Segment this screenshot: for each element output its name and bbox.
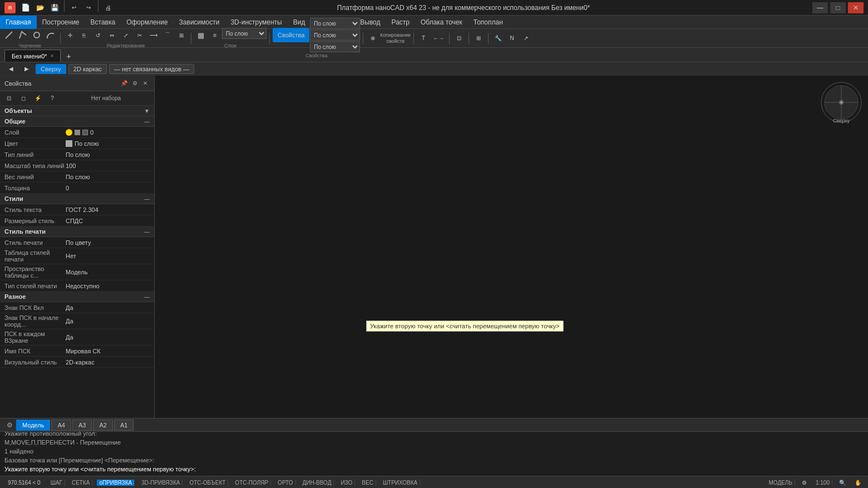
status-din-vvod[interactable]: ДИН-ВВОД xyxy=(300,480,334,486)
tool-layer-props[interactable]: ≡ xyxy=(208,28,221,42)
menu-item-3[interactable]: Оформление xyxy=(121,16,173,29)
view-top-btn[interactable]: Сверху xyxy=(36,64,66,74)
section-misc[interactable]: Разное — xyxy=(0,292,154,302)
layer-select[interactable]: По слою xyxy=(222,28,267,39)
status-zoom[interactable]: 🔍 xyxy=(837,480,848,486)
tool-trim[interactable]: ✂ xyxy=(133,28,146,42)
menu-item-0[interactable]: Главная xyxy=(0,16,37,29)
prop-misc5-label: Визуальный стиль xyxy=(4,359,66,366)
tb-redo[interactable]: ↪ xyxy=(82,1,95,15)
status-scale[interactable]: 1:100 xyxy=(813,480,832,486)
status-shag[interactable]: ШАГ xyxy=(48,480,65,486)
section-printstyle[interactable]: Стиль печати — xyxy=(0,226,154,237)
tool-line[interactable] xyxy=(2,28,16,42)
tab-close-icon[interactable]: × xyxy=(51,53,54,59)
tool-polyline[interactable] xyxy=(16,28,29,42)
tool-arc[interactable] xyxy=(44,28,57,42)
props-close-btn[interactable]: ✕ xyxy=(141,79,150,88)
menu-item-4[interactable]: Зависимости xyxy=(174,16,225,29)
tool-export[interactable]: ↗ xyxy=(519,31,532,46)
vtab-a1[interactable]: A1 xyxy=(114,420,134,431)
menu-item-2[interactable]: Вставка xyxy=(85,16,121,29)
status-3dprivyazka[interactable]: 3D-ПРИВЯЗКА xyxy=(139,480,183,486)
props-help[interactable]: ? xyxy=(46,91,59,106)
section-styles-collapse: — xyxy=(144,196,150,202)
status-orto[interactable]: ОРТО xyxy=(275,480,295,486)
status-oprivyazka[interactable]: оПРИВЯЗКА xyxy=(97,480,135,486)
section-general[interactable]: Общие — xyxy=(0,116,154,127)
menu-item-10[interactable]: Облака точек xyxy=(415,16,468,29)
vtab-model[interactable]: Модель xyxy=(16,420,50,431)
tool-text[interactable]: T xyxy=(417,31,430,46)
tool-scale[interactable]: ⤢ xyxy=(119,28,132,42)
nav-prev-btn[interactable]: ◀ xyxy=(4,62,18,76)
tool-utilities[interactable]: 🔧 xyxy=(491,31,505,46)
viewport-settings-btn[interactable]: ⚙ xyxy=(4,421,15,429)
tb-plot[interactable]: 🖨 xyxy=(101,1,115,15)
tab-drawing[interactable]: Без имени0* × xyxy=(4,50,61,62)
status-shtrihovka[interactable]: ШТРИХОВКА xyxy=(381,480,420,486)
view-2d-btn[interactable]: 2D каркас xyxy=(68,64,107,74)
prop-misc1-value: Да xyxy=(66,304,150,311)
status-ots-obekt[interactable]: ОТС-ОБЪЕКТ xyxy=(187,480,228,486)
props-deselect[interactable]: ◻ xyxy=(17,91,30,106)
section-objects[interactable]: Объекты ▼ xyxy=(0,106,154,116)
props-pin-btn[interactable]: 📌 xyxy=(120,79,129,88)
menu-item-11[interactable]: Топоплан xyxy=(468,16,509,29)
prop-textstyle-label: Стиль текста xyxy=(4,206,66,213)
tool-extend[interactable]: ⟶ xyxy=(147,28,160,42)
layer-lock-icon xyxy=(82,130,88,135)
maximize-button[interactable]: □ xyxy=(830,2,846,13)
section-objects-title: Объекты xyxy=(4,107,32,114)
tool-circle[interactable] xyxy=(30,28,43,42)
tool-copy[interactable]: ⎘ xyxy=(77,28,91,42)
tool-norma[interactable]: N xyxy=(505,31,519,46)
status-ves[interactable]: ВЕС xyxy=(359,480,376,486)
props-quick-select[interactable]: ⚡ xyxy=(31,91,45,106)
minimize-button[interactable]: — xyxy=(812,2,828,13)
tool-move[interactable]: ✛ xyxy=(63,28,77,42)
section-styles[interactable]: Стили — xyxy=(0,194,154,204)
copy-props-label2: свойств xyxy=(380,38,411,44)
tool-dimensions[interactable]: ←→ xyxy=(431,31,446,46)
props-select-all[interactable]: ⊡ xyxy=(2,91,16,106)
section-general-collapse: — xyxy=(144,119,150,125)
layer-prop-select[interactable]: По слою xyxy=(310,18,360,29)
menu-item-9[interactable]: Растр xyxy=(386,16,415,29)
prop-lineweight-label: Вес линий xyxy=(4,174,66,180)
tool-rotate[interactable]: ↺ xyxy=(91,28,105,42)
vtab-a4[interactable]: A4 xyxy=(51,420,71,431)
status-izo[interactable]: ИЗО xyxy=(338,480,355,486)
tb-save[interactable]: 💾 xyxy=(48,1,61,15)
tool-insert-block[interactable]: ⊡ xyxy=(452,31,466,46)
tool-copyprop[interactable]: ⊕ xyxy=(366,31,379,46)
drawing-viewport[interactable]: Y X xyxy=(155,76,868,418)
ltype-prop-select[interactable]: По слою xyxy=(310,41,360,52)
view-linked-btn[interactable]: — нет связанных видов — xyxy=(109,64,194,74)
vtab-a3[interactable]: A3 xyxy=(72,420,92,431)
tb-open[interactable]: 📂 xyxy=(33,1,47,15)
tool-array[interactable]: ⊞ xyxy=(175,28,188,42)
tool-layers[interactable]: ▦ xyxy=(194,28,208,42)
close-button[interactable]: ✕ xyxy=(848,2,864,13)
prop-misc1-label: Знак ПСК Вкл xyxy=(4,304,66,311)
props-settings-btn[interactable]: ⚙ xyxy=(130,79,139,88)
vtab-a2[interactable]: A2 xyxy=(93,420,112,431)
tool-mirror[interactable]: ⇔ xyxy=(105,28,119,42)
properties-btn[interactable]: Свойства xyxy=(273,28,309,42)
status-setka[interactable]: СЕТКА xyxy=(70,480,93,486)
instruction-text: Укажите вторую точку или <считать переме… xyxy=(366,321,564,332)
tb-undo[interactable]: ↩ xyxy=(67,1,81,15)
new-tab-button[interactable]: + xyxy=(62,51,75,62)
status-ots-polyar[interactable]: ОТС-ПОЛЯР xyxy=(233,480,271,486)
tb-new[interactable]: 📄 xyxy=(19,1,32,15)
tool-group[interactable]: ⊞ xyxy=(472,31,485,46)
nav-next-btn[interactable]: ▶ xyxy=(20,62,33,76)
color-prop-select[interactable]: По слою xyxy=(310,29,360,41)
prop-ps1: Стиль печати По цвету xyxy=(0,237,154,248)
menu-item-1[interactable]: Построение xyxy=(37,16,85,29)
status-pan[interactable]: ✋ xyxy=(852,480,864,486)
tool-fillet[interactable]: ⌒ xyxy=(161,28,174,42)
prop-misc5: Визуальный стиль 2D-каркас xyxy=(0,357,154,368)
status-model[interactable]: МОДЕЛЬ xyxy=(767,480,795,486)
